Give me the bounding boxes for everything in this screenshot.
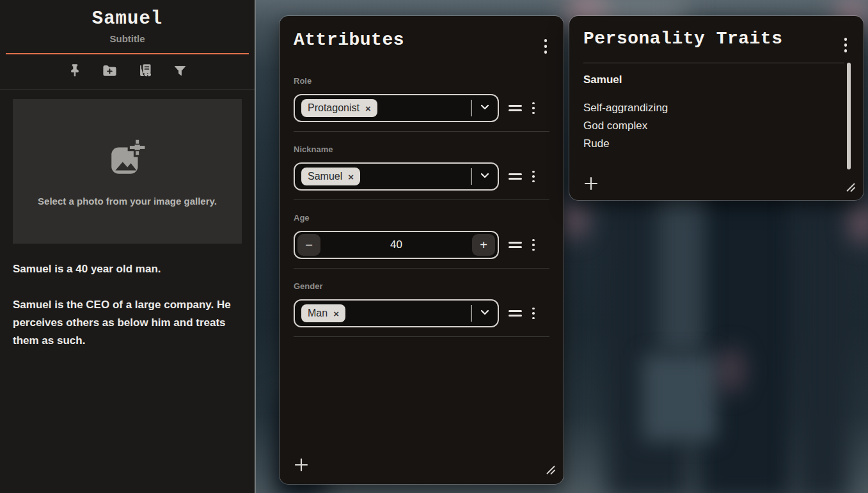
image-plus-icon: [106, 137, 148, 182]
field-label-nickname: Nickname: [294, 145, 549, 155]
field-menu-icon[interactable]: [531, 169, 536, 184]
nickname-chip: Samuel ×: [301, 168, 360, 185]
gender-chip: Man ×: [301, 304, 345, 322]
role-select[interactable]: Protagonist ×: [294, 94, 499, 122]
field-menu-icon[interactable]: [531, 101, 536, 116]
scrollbar-thumb[interactable]: [847, 63, 851, 169]
folder-plus-icon: [102, 63, 117, 81]
decrement-button[interactable]: −: [297, 234, 320, 256]
select-separator: [471, 168, 472, 185]
select-separator: [471, 100, 472, 116]
chevron-down-icon: [478, 169, 491, 184]
row-divider: [294, 131, 549, 132]
row-divider: [294, 336, 549, 337]
character-description: Samuel is a 40 year old man. Samuel is t…: [13, 260, 241, 350]
field-row-nickname: Samuel ×: [294, 162, 549, 191]
background-glow: [849, 203, 868, 243]
nickname-select[interactable]: Samuel ×: [294, 162, 499, 191]
field-label-age: Age: [294, 213, 549, 223]
character-subtitle: Subtitle: [0, 33, 255, 44]
trait-item: Rude: [583, 135, 849, 153]
pin-button[interactable]: [67, 64, 83, 79]
gender-select[interactable]: Man ×: [294, 299, 499, 327]
traits-panel-title: Personality Traits: [583, 27, 849, 51]
background-glow: [720, 347, 743, 393]
image-placeholder[interactable]: Select a photo from your image gallery.: [13, 99, 242, 244]
sidebar-toolbar: [0, 54, 255, 90]
sidebar-header: Samuel Subtitle: [0, 0, 255, 44]
description-paragraph: Samuel is a 40 year old man.: [13, 260, 241, 278]
row-divider: [294, 268, 549, 269]
field-row-role: Protagonist ×: [294, 94, 549, 122]
select-separator: [471, 305, 472, 322]
drag-handle[interactable]: [509, 308, 522, 318]
traits-divider: [583, 63, 844, 63]
add-attribute-button[interactable]: [294, 457, 309, 475]
character-sidebar: Samuel Subtitle: [0, 0, 256, 493]
attributes-panel-menu-icon[interactable]: [543, 38, 549, 55]
role-chip: Protagonist ×: [301, 99, 377, 117]
field-menu-icon[interactable]: [531, 306, 536, 321]
field-row-gender: Man ×: [294, 299, 549, 327]
background-arch: [643, 355, 716, 441]
drag-handle[interactable]: [509, 240, 522, 250]
row-divider: [294, 200, 549, 200]
chip-label: Man: [308, 308, 327, 319]
trait-item: Self-aggrandizing: [583, 99, 849, 117]
description-paragraph: Samuel is the CEO of a large company. He…: [13, 296, 241, 350]
resize-handle-icon[interactable]: [545, 464, 556, 478]
chip-label: Protagonist: [308, 102, 359, 114]
chip-remove-icon[interactable]: ×: [333, 309, 339, 318]
chip-remove-icon[interactable]: ×: [365, 104, 371, 113]
filter-button[interactable]: [173, 64, 188, 79]
pin-icon: [68, 63, 82, 80]
field-menu-icon[interactable]: [531, 238, 536, 253]
drag-handle[interactable]: [509, 103, 522, 113]
traits-panel-menu-icon[interactable]: [843, 36, 849, 54]
attributes-panel-title: Attributes: [294, 29, 549, 52]
drag-handle[interactable]: [509, 171, 522, 182]
chevron-down-icon: [478, 100, 491, 116]
add-folder-button[interactable]: [102, 64, 118, 79]
copy-link-icon: [138, 63, 153, 81]
chevron-down-icon: [478, 306, 491, 321]
attributes-panel: Attributes Role Protagonist × Nickname S…: [280, 16, 564, 484]
age-stepper: − 40 +: [294, 231, 499, 259]
age-value[interactable]: 40: [320, 239, 472, 251]
chip-label: Samuel: [308, 171, 342, 182]
increment-button[interactable]: +: [472, 234, 495, 256]
field-label-gender: Gender: [294, 281, 549, 292]
character-name: Samuel: [0, 8, 255, 29]
field-row-age: − 40 +: [294, 231, 549, 259]
image-placeholder-caption: Select a photo from your image gallery.: [38, 196, 217, 207]
filter-icon: [173, 64, 187, 80]
personality-traits-panel: Personality Traits Samuel Self-aggrandiz…: [569, 16, 864, 200]
linked-notes-button[interactable]: [138, 64, 153, 79]
field-label-role: Role: [294, 76, 549, 86]
trait-item: God complex: [583, 117, 849, 135]
chip-remove-icon[interactable]: ×: [348, 172, 354, 182]
resize-handle-icon[interactable]: [845, 182, 856, 195]
traits-subject: Samuel: [583, 73, 849, 87]
traits-list: Self-aggrandizing God complex Rude: [583, 99, 849, 153]
add-trait-button[interactable]: [583, 176, 599, 194]
